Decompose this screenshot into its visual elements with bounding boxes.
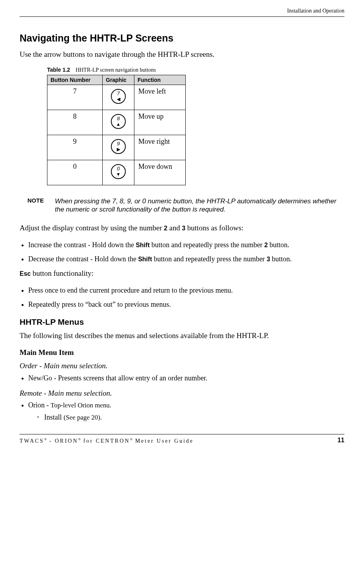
right-arrow-icon: ▶ (112, 147, 125, 152)
icon-digit: 0 (112, 166, 125, 172)
intro-text: Use the arrow buttons to navigate throug… (20, 49, 344, 60)
cell-number: 9 (47, 135, 103, 160)
table-row: 8 8 ▲ Move up (47, 110, 186, 135)
cell-number: 8 (47, 110, 103, 135)
key-2: 2 (264, 242, 268, 248)
cell-number: 7 (47, 85, 103, 110)
table-header-row: Button Number Graphic Function (47, 75, 186, 85)
text: Decrease the contrast - Hold down the (28, 255, 138, 263)
cell-function: Move left (134, 85, 186, 110)
cell-graphic: 7 ◀ (103, 85, 134, 110)
list-item: Install (See page 20). (37, 413, 344, 422)
menus-intro: The following list describes the menus a… (20, 331, 344, 341)
table-row: 7 7 ◀ Move left (47, 85, 186, 110)
note-label: NOTE (27, 197, 47, 214)
text: Meter User Guide (132, 438, 194, 443)
text: Increase the contrast - Hold down the (28, 241, 136, 249)
th-button-number: Button Number (47, 75, 103, 85)
down-arrow-icon: ▼ (112, 172, 125, 177)
header-text: Installation and Operation (287, 8, 344, 14)
cell-number: 0 (47, 160, 103, 185)
cell-function: Move up (134, 110, 186, 135)
button-9-icon: 9 ▶ (111, 139, 126, 154)
icon-digit: 8 (112, 116, 125, 121)
table-row: 9 9 ▶ Move right (47, 135, 186, 160)
esc-list: Press once to end the current procedure … (20, 286, 344, 309)
text: button and repeatedly press the number (150, 241, 264, 249)
page-ref: (See page 20). (63, 414, 102, 421)
list-item: Press once to end the current procedure … (28, 286, 344, 295)
key-shift: Shift (136, 242, 150, 248)
icon-digit: 7 (112, 90, 125, 96)
list-item: Repeatedly press to “back out” to previo… (28, 300, 344, 309)
key-3: 3 (182, 225, 185, 232)
icon-digit: 9 (112, 141, 125, 147)
left-arrow-icon: ◀ (112, 97, 125, 101)
order-list: New/Go - Presents screens that allow ent… (20, 373, 344, 383)
caption-text: HHTR-LP screen navigation buttons (76, 67, 156, 73)
key-esc: Esc (20, 270, 31, 277)
table-caption: Table 1.2 HHTR-LP screen navigation butt… (47, 67, 317, 73)
footer-left: TWACS® - ORION® for CENTRON® Meter User … (20, 437, 194, 444)
remote-list: Orion - Top-level Orion menu. Install (S… (20, 400, 344, 422)
note-text: When pressing the 7, 8, 9, or 0 numeric … (55, 197, 337, 214)
key-3: 3 (266, 256, 270, 262)
footer: TWACS® - ORION® for CENTRON® Meter User … (20, 434, 344, 444)
list-item: Orion - Top-level Orion menu. Install (S… (28, 400, 344, 422)
text: and (167, 224, 182, 232)
header-rule (20, 16, 344, 17)
nav-buttons-table: Button Number Graphic Function 7 7 ◀ Mov… (47, 75, 186, 185)
list-item: Increase the contrast - Hold down the Sh… (28, 240, 344, 250)
list-item: New/Go - Presents screens that allow ent… (28, 373, 344, 383)
th-graphic: Graphic (103, 75, 134, 85)
menus-heading: HHTR-LP Menus (20, 317, 344, 327)
menu-order: Order - Main menu selection. (20, 361, 344, 371)
main-menu-item-heading: Main Menu Item (20, 347, 344, 358)
cell-graphic: 8 ▲ (103, 110, 134, 135)
text: Orion - (28, 401, 51, 409)
text: Install (44, 413, 64, 421)
cell-graphic: 9 ▶ (103, 135, 134, 160)
text: button functionality: (31, 269, 93, 277)
page: Installation and Operation Navigating th… (0, 0, 364, 588)
list-item: Decrease the contrast - Hold down the Sh… (28, 254, 344, 264)
text: buttons as follows: (185, 224, 243, 232)
cell-graphic: 0 ▼ (103, 160, 134, 185)
cell-function: Move down (134, 160, 186, 185)
esc-heading: Esc button functionality: (20, 268, 344, 279)
key-shift: Shift (138, 256, 152, 262)
text: Top-level Orion menu. (51, 402, 111, 409)
text: - ORION (47, 438, 78, 443)
button-8-icon: 8 ▲ (111, 114, 126, 129)
th-function: Function (134, 75, 186, 85)
table-row: 0 0 ▼ Move down (47, 160, 186, 185)
text: button. (268, 241, 289, 249)
text: button. (270, 255, 292, 263)
caption-label: Table 1.2 (47, 67, 70, 73)
text: Adjust the display contrast by using the… (20, 224, 164, 232)
contrast-intro: Adjust the display contrast by using the… (20, 223, 344, 233)
key-2: 2 (164, 225, 167, 232)
button-0-icon: 0 ▼ (111, 164, 126, 179)
page-number: 11 (337, 437, 344, 444)
button-7-icon: 7 ◀ (111, 89, 126, 104)
cell-function: Move right (134, 135, 186, 160)
text: for CENTRON (81, 438, 130, 443)
up-arrow-icon: ▲ (112, 122, 125, 127)
orion-sublist: Install (See page 20). (28, 413, 344, 422)
page-header: Installation and Operation (20, 8, 344, 16)
contrast-list: Increase the contrast - Hold down the Sh… (20, 240, 344, 264)
text: button and repeatedly press the number (152, 255, 266, 263)
note-block: NOTE When pressing the 7, 8, 9, or 0 num… (27, 197, 337, 214)
section-title: Navigating the HHTR-LP Screens (20, 33, 344, 44)
menu-remote: Remote - Main menu selection. (20, 388, 344, 398)
text: TWACS (20, 438, 44, 443)
